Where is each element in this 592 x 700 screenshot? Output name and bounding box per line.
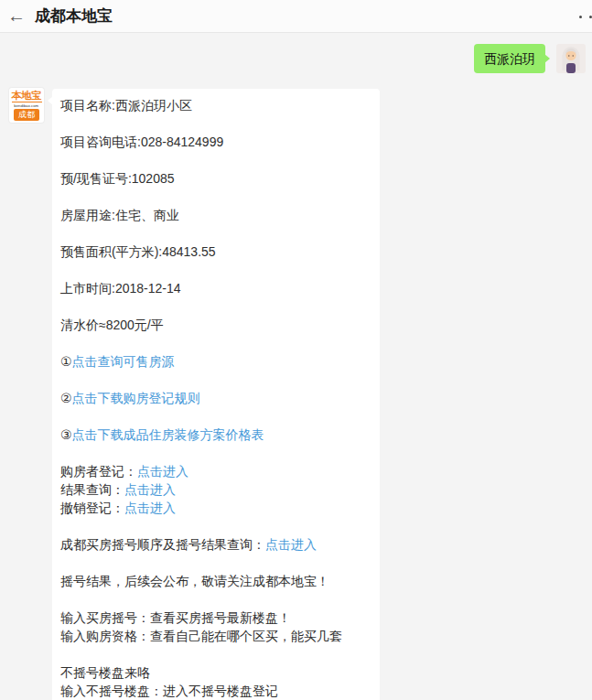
- card-text: 输入买房摇号：查看买房摇号最新楼盘！: [60, 610, 291, 625]
- card-paragraph: ①点击查询可售房源: [60, 352, 371, 371]
- card-text: 结果查询：: [60, 482, 124, 497]
- back-arrow-icon[interactable]: ←: [0, 0, 33, 33]
- card-line: 摇号结果，后续会公布，敬请关注成都本地宝！: [60, 572, 371, 590]
- card-line: ①点击查询可售房源: [60, 352, 371, 371]
- card-text: 成都买房摇号顺序及摇号结果查询：: [60, 537, 265, 552]
- card-paragraph: 购房者登记：点击进入结果查询：点击进入撤销登记：点击进入: [60, 462, 371, 517]
- card-paragraph: 摇号结果，后续会公布，敬请关注成都本地宝！: [60, 572, 371, 590]
- card-paragraph: 房屋用途:住宅、商业: [60, 206, 371, 224]
- card-paragraph: 清水价≈8200元/平: [60, 316, 371, 334]
- message-card: 项目名称:西派泊玥小区项目咨询电话:028-84124999预/现售证号:102…: [52, 89, 380, 700]
- card-text: 撤销登记：: [60, 501, 124, 515]
- card-text: 输入购房资格：查看自己能在哪个区买，能买几套: [60, 629, 342, 643]
- card-text: 项目名称:西派泊玥小区: [60, 98, 192, 113]
- user-avatar[interactable]: [556, 44, 586, 73]
- card-link[interactable]: 点击进入: [137, 464, 188, 479]
- card-line: 结果查询：点击进入: [60, 480, 371, 499]
- card-paragraph: 预/现售证号:102085: [60, 169, 371, 188]
- card-line: ②点击下载购房登记规则: [60, 389, 371, 407]
- card-line: 预/现售证号:102085: [60, 169, 371, 188]
- card-text: 房屋用途:住宅、商业: [60, 208, 179, 222]
- card-line: 清水价≈8200元/平: [60, 316, 371, 334]
- card-line: 购房者登记：点击进入: [60, 462, 371, 480]
- card-paragraph: 预售面积(平方米):48413.55: [60, 242, 371, 261]
- card-paragraph: 不摇号楼盘来咯输入不摇号楼盘：进入不摇号楼盘登记: [60, 663, 371, 700]
- card-link[interactable]: 点击进入: [265, 537, 317, 552]
- card-line: 预售面积(平方米):48413.55: [60, 242, 371, 261]
- card-text: 上市时间:2018-12-14: [60, 281, 181, 296]
- card-link[interactable]: 点击进入: [124, 482, 176, 497]
- chat-header: ← 成都本地宝: [0, 0, 592, 33]
- card-line: 输入购房资格：查看自己能在哪个区买，能买几套: [60, 627, 371, 645]
- card-line: 撤销登记：点击进入: [60, 499, 371, 517]
- card-line: 上市时间:2018-12-14: [60, 279, 371, 297]
- card-paragraph: 项目名称:西派泊玥小区: [60, 96, 371, 114]
- logo-url-text: bendibao.com: [15, 102, 39, 107]
- card-paragraph: ③点击下载成品住房装修方案价格表: [60, 425, 371, 444]
- card-text: ②: [60, 391, 72, 405]
- outgoing-message-row: 西派泊玥: [474, 44, 586, 73]
- card-text: 清水价≈8200元/平: [60, 318, 164, 332]
- card-paragraph: 成都买房摇号顺序及摇号结果查询：点击进入: [60, 535, 371, 554]
- card-link[interactable]: 点击进入: [124, 501, 176, 515]
- card-text: 摇号结果，后续会公布，敬请关注成都本地宝！: [60, 574, 329, 588]
- card-line: ③点击下载成品住房装修方案价格表: [60, 425, 371, 444]
- card-link[interactable]: 点击查询可售房源: [72, 354, 175, 369]
- card-paragraph: 上市时间:2018-12-14: [60, 279, 371, 297]
- card-text: 不摇号楼盘来咯: [60, 665, 150, 680]
- logo-text: 本地宝: [12, 91, 42, 102]
- card-line: 项目咨询电话:028-84124999: [60, 133, 371, 151]
- card-paragraph: 输入买房摇号：查看买房摇号最新楼盘！输入购房资格：查看自己能在哪个区买，能买几套: [60, 608, 371, 645]
- card-text: 购房者登记：: [60, 464, 137, 479]
- card-text: ①: [60, 354, 72, 369]
- card-paragraph: ②点击下载购房登记规则: [60, 389, 371, 407]
- card-link[interactable]: 点击下载购房登记规则: [72, 391, 200, 405]
- chat-title: 成都本地宝: [35, 5, 113, 27]
- card-link[interactable]: 点击下载成品住房装修方案价格表: [72, 427, 264, 442]
- outgoing-message-bubble[interactable]: 西派泊玥: [474, 44, 545, 73]
- card-text: 预/现售证号:102085: [60, 171, 175, 186]
- card-line: 不摇号楼盘来咯: [60, 663, 371, 682]
- card-line: 房屋用途:住宅、商业: [60, 206, 371, 224]
- card-line: 输入不摇号楼盘：进入不摇号楼盘登记: [60, 682, 371, 700]
- card-text: ③: [60, 427, 72, 442]
- card-paragraph: 项目咨询电话:028-84124999: [60, 133, 371, 151]
- more-menu-icon[interactable]: [577, 14, 592, 20]
- card-text: 项目咨询电话:028-84124999: [60, 135, 223, 149]
- card-line: 输入买房摇号：查看买房摇号最新楼盘！: [60, 608, 371, 627]
- user-avatar-image: [556, 44, 586, 73]
- bendibao-logo-avatar[interactable]: 本地宝 bendibao.com 成都: [9, 88, 44, 123]
- card-text: 预售面积(平方米):48413.55: [60, 244, 216, 259]
- card-text: 输入不摇号楼盘：进入不摇号楼盘登记: [60, 684, 278, 698]
- logo-city-badge: 成都: [14, 109, 39, 121]
- card-line: 项目名称:西派泊玥小区: [60, 96, 371, 114]
- card-line: 成都买房摇号顺序及摇号结果查询：点击进入: [60, 535, 371, 554]
